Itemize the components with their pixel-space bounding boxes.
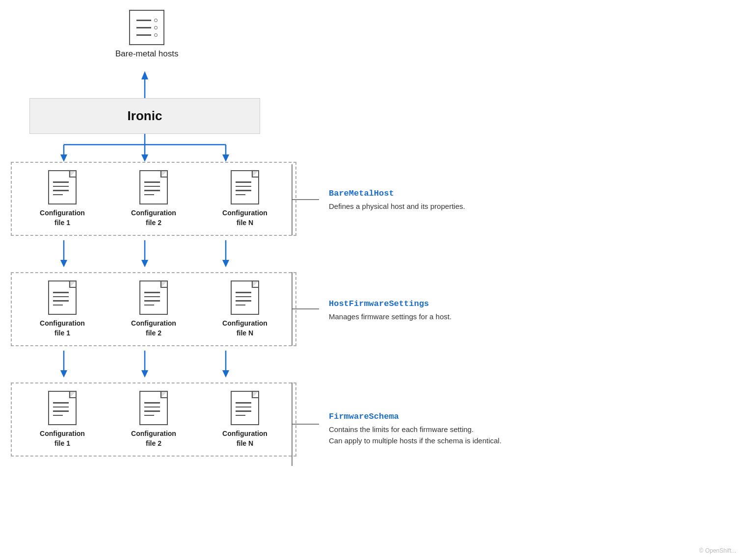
page: Bare-metal hosts Ironic Configurationfil… [0,0,746,560]
server-dot [154,26,158,29]
annotation-desc: Contains the limits for each firmware se… [329,424,502,446]
bare-metal-section: Bare-metal hosts [115,10,179,59]
server-line [136,27,151,28]
annotation-title: BareMetalHost [329,189,465,198]
file-icon [139,391,168,425]
svg-marker-5 [60,154,67,162]
svg-marker-9 [222,154,229,162]
file-label: Configurationfile N [222,319,267,338]
annotation-desc: Manages firmware settings for a host. [329,311,452,323]
annotation-baremetalhost: BareMetalHost Defines a physical host an… [329,189,465,212]
server-icon [129,10,164,45]
row2-files: Configurationfile 1 Configurationfile 2 [17,280,291,338]
ironic-label: Ironic [128,108,162,123]
file-label: Configurationfile 1 [40,208,85,228]
file-label: Configurationfile N [222,429,267,448]
file-icon [231,391,259,425]
file-item: Configurationfile 1 [28,170,97,228]
svg-marker-19 [141,370,148,378]
row2-group: Configurationfile 1 Configurationfile 2 [11,272,296,346]
svg-marker-13 [141,260,148,267]
svg-marker-15 [222,260,229,267]
file-label: Configurationfile 2 [131,429,176,448]
bare-metal-label: Bare-metal hosts [115,49,179,59]
annotation-title: FirmwareSchema [329,412,502,421]
file-label: Configurationfile 1 [40,319,85,338]
file-icon [139,170,168,204]
row3-files: Configurationfile 1 Configurationfile 2 [17,391,291,448]
file-icon [231,170,259,204]
file-icon [48,170,77,204]
file-label: Configurationfile 2 [131,319,176,338]
svg-marker-1 [141,71,148,79]
annotation-firmwareschema: FirmwareSchema Contains the limits for e… [329,412,502,446]
file-item: Configurationfile N [211,280,279,338]
file-item: Configurationfile 2 [119,170,188,228]
server-line [136,20,151,21]
svg-marker-17 [60,370,67,378]
ironic-box: Ironic [29,98,260,134]
file-item: Configurationfile N [211,170,279,228]
server-line [136,34,151,36]
server-dot [154,33,158,37]
svg-marker-21 [222,370,229,378]
annotation-hostfirmwaresettings: HostFirmwareSettings Manages firmware se… [329,299,452,323]
svg-marker-11 [60,260,67,267]
row1-group: Configurationfile 1 Configurationfile 2 [11,162,296,236]
file-icon [139,280,168,315]
watermark: © OpenShift... [699,547,736,554]
file-item: Configurationfile 1 [28,280,97,338]
file-icon [48,280,77,315]
server-dot [154,19,158,22]
file-label: Configurationfile N [222,208,267,228]
file-item: Configurationfile 2 [119,391,188,448]
file-label: Configurationfile 1 [40,429,85,448]
row1-files: Configurationfile 1 Configurationfile 2 [17,170,291,228]
file-item: Configurationfile N [211,391,279,448]
file-icon [48,391,77,425]
annotation-desc: Defines a physical host and its properti… [329,201,465,212]
row3-group: Configurationfile 1 Configurationfile 2 [11,382,296,457]
file-item: Configurationfile 2 [119,280,188,338]
file-icon [231,280,259,315]
file-item: Configurationfile 1 [28,391,97,448]
svg-marker-7 [141,154,148,162]
annotation-title: HostFirmwareSettings [329,299,452,308]
file-label: Configurationfile 2 [131,208,176,228]
